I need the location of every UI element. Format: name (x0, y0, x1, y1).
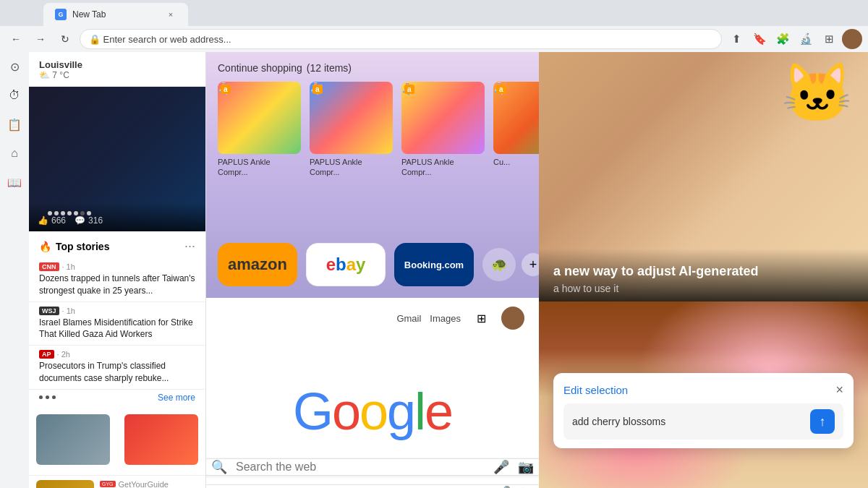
g-red2: e (425, 382, 452, 440)
voice-url-icon[interactable]: 🎤 (496, 485, 511, 488)
getyourguide-source: GYG GetYourGuide (100, 480, 198, 488)
bookmark-button[interactable]: 🔖 (749, 29, 770, 49)
see-more-row: See more (29, 390, 205, 408)
right-panel: 🐱 a new way to adjust AI-generated a how… (539, 52, 868, 488)
comment-icon: 💬 (75, 215, 85, 226)
sidebar-calendar-icon[interactable]: 📋 (6, 116, 23, 133)
google-area: Gmail Images ⊞ Google 🔍 🎤 📷 pe a URL 🎤 (206, 298, 539, 488)
ebay-shortcut[interactable]: ebay (306, 243, 386, 286)
shopping-item-1[interactable]: a 🧦 PAPLUS Ankle Compr... (218, 82, 301, 178)
sidebar-home-icon[interactable]: ⊙ (6, 58, 23, 75)
dialog-input-row: ↑ (563, 403, 843, 440)
main-area: ⊙ ⏱ 📋 ⌂ 📖 Louisville ⛅ 7 °C (0, 52, 868, 488)
item-count: (12 items) (307, 62, 352, 74)
likes-stat: 👍 666 (38, 215, 66, 226)
dialog-close-button[interactable]: × (835, 383, 843, 396)
feed-area: 👍 666 💬 316 🔥 Top stories ··· (29, 87, 205, 488)
amazon-shortcut[interactable]: amazon (218, 243, 297, 286)
wsj-badge: WSJ (39, 307, 59, 315)
sidebar-clock-icon[interactable]: ⏱ (6, 87, 23, 104)
address-bar[interactable]: 🔒 Enter search or web address... (80, 29, 722, 49)
shopping-item-2[interactable]: a 🧦 PAPLUS Ankle Compr... (310, 82, 393, 178)
voice-search-icon[interactable]: 🎤 (493, 459, 509, 475)
thumbs-up-icon: 👍 (38, 215, 48, 226)
refresh-button[interactable]: ↻ (55, 29, 75, 49)
toolbar-icons: ⬆ 🔖 🧩 🔬 ⊞ (726, 29, 862, 49)
feed-card-lisbon[interactable]: GYG GetYourGuide Experiences in Lisbo...… (29, 476, 205, 488)
gmail-link[interactable]: Gmail (396, 313, 421, 324)
amazon-text: amazon (228, 255, 287, 274)
sofa-image (36, 414, 110, 465)
weather-city: Louisville (39, 59, 195, 70)
item-1-image: a 🧦 (218, 82, 301, 154)
share-button[interactable]: ⬆ (726, 29, 746, 49)
shopping-item-4[interactable]: a 🧦 Cu... (493, 82, 539, 178)
cat-art-icon: 🐱 (781, 59, 854, 127)
top-stories-label: Top stories (56, 241, 109, 252)
add-tab-button[interactable]: + (522, 253, 539, 276)
type-url-box[interactable]: pe a URL 🎤 📷 (206, 484, 539, 488)
sidebar-home2-icon[interactable]: ⌂ (6, 145, 23, 162)
extensions-button[interactable]: 🧩 (773, 29, 793, 49)
comments-stat: 💬 316 (75, 215, 103, 226)
g-green: l (414, 382, 425, 440)
story-item-1[interactable]: CNN · 1h Dozens trapped in tunnels after… (29, 258, 205, 302)
google-apps-button[interactable]: ⊞ (469, 307, 493, 330)
story-item-3[interactable]: AP · 2h Prosecutors in Trump's classifie… (29, 346, 205, 390)
feed-image-bar: 👍 666 💬 316 (29, 87, 205, 231)
address-bar-row: ← → ↻ 🔒 Enter search or web address... ⬆… (0, 26, 868, 52)
dialog-text-input[interactable] (572, 416, 804, 427)
likes-count: 666 (51, 215, 66, 226)
amazon-badge-4: a (496, 85, 506, 94)
tab-close-button[interactable]: × (165, 9, 176, 20)
item-3-image: a 🧦 (401, 82, 485, 154)
feed-overlay-bottom: 👍 666 💬 316 (29, 202, 205, 231)
ebay-y: y (356, 254, 365, 274)
see-more-link[interactable]: See more (158, 393, 195, 403)
back-button[interactable]: ← (6, 29, 26, 49)
dot-menu-3 (52, 395, 56, 399)
story-item-2[interactable]: WSJ · 1h Israel Blames Misidentification… (29, 302, 205, 346)
top-stories-title: 🔥 Top stories (39, 241, 109, 252)
feed-card-sofa[interactable] (29, 408, 117, 476)
right-panel-top: 🐱 a new way to adjust AI-generated a how… (539, 52, 868, 301)
camera-url-icon[interactable]: 📷 (519, 485, 534, 488)
dot-menu-2 (46, 395, 49, 399)
top-stories-more-button[interactable]: ··· (184, 239, 195, 254)
apps-button[interactable]: ⊞ (819, 29, 839, 49)
google-search-box[interactable]: 🔍 🎤 📷 (206, 458, 539, 476)
google-header: Gmail Images ⊞ (206, 298, 539, 338)
weather-widget: Louisville ⛅ 7 °C (29, 52, 205, 87)
ap-badge: AP (39, 350, 54, 359)
images-link[interactable]: Images (430, 313, 461, 324)
feed-card-skippy[interactable] (117, 408, 205, 476)
item-2-label: PAPLUS Ankle Compr... (310, 157, 393, 178)
profile-avatar[interactable] (842, 29, 862, 49)
dots-row (39, 395, 56, 399)
g-red: o (332, 382, 359, 440)
left-panel: Louisville ⛅ 7 °C (29, 52, 206, 488)
lisbon-image (36, 480, 94, 488)
dialog-submit-button[interactable]: ↑ (810, 409, 835, 434)
google-search-input[interactable] (236, 461, 485, 474)
story-time-1: · 1h (62, 262, 75, 271)
fire-icon: 🔥 (39, 241, 51, 252)
shopping-item-3[interactable]: a 🧦 PAPLUS Ankle Compr... (401, 82, 485, 178)
dialog-header: Edit selection × (563, 383, 843, 396)
story-headline-1: Dozens trapped in tunnels after Taiwan's… (39, 273, 195, 297)
translate-button[interactable]: 🔬 (796, 29, 816, 49)
art-headline: a new way to adjust AI-generated (553, 263, 854, 280)
story-headline-3: Prosecutors in Trump's classified docume… (39, 360, 195, 385)
art-overlay-text: a new way to adjust AI-generated a how t… (539, 249, 868, 301)
amazon-badge-1: a (221, 85, 231, 94)
forward-button[interactable]: → (30, 29, 51, 49)
skippy-image (124, 414, 198, 465)
booking-shortcut[interactable]: Booking.com (394, 243, 474, 286)
cnn-badge: CNN (39, 262, 59, 271)
g-blue: G (293, 382, 332, 440)
active-tab[interactable]: G New Tab × (43, 3, 188, 26)
google-profile-avatar[interactable] (501, 307, 524, 330)
amazon-badge-2: a (312, 85, 323, 94)
image-search-icon[interactable]: 📷 (518, 459, 534, 475)
sidebar-book-icon[interactable]: 📖 (6, 174, 23, 191)
